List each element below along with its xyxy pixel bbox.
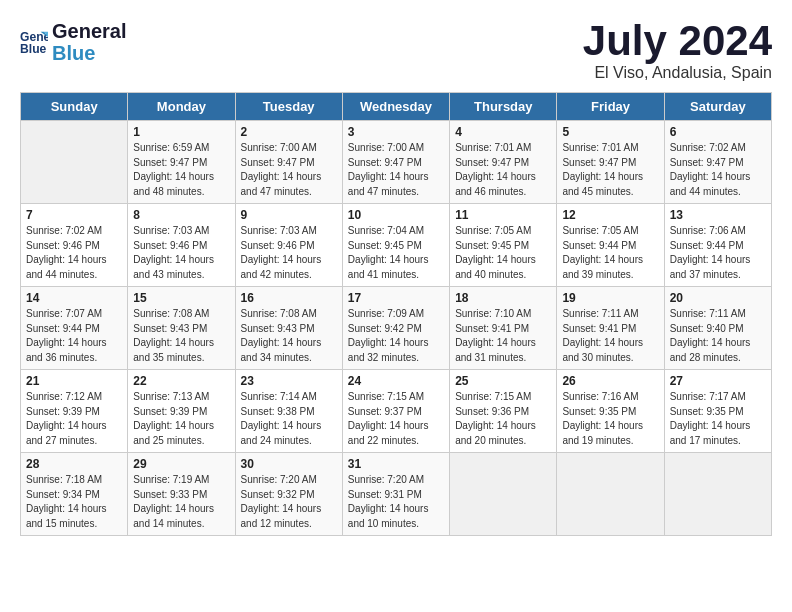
cell-sun-info: Sunrise: 7:16 AMSunset: 9:35 PMDaylight:… xyxy=(562,390,658,448)
cell-sun-info: Sunrise: 7:00 AMSunset: 9:47 PMDaylight:… xyxy=(348,141,444,199)
calendar-cell: 10Sunrise: 7:04 AMSunset: 9:45 PMDayligh… xyxy=(342,204,449,287)
cell-sun-info: Sunrise: 7:07 AMSunset: 9:44 PMDaylight:… xyxy=(26,307,122,365)
calendar-cell: 3Sunrise: 7:00 AMSunset: 9:47 PMDaylight… xyxy=(342,121,449,204)
calendar-cell xyxy=(557,453,664,536)
cell-sun-info: Sunrise: 7:05 AMSunset: 9:45 PMDaylight:… xyxy=(455,224,551,282)
day-number: 10 xyxy=(348,208,444,222)
cell-sun-info: Sunrise: 7:10 AMSunset: 9:41 PMDaylight:… xyxy=(455,307,551,365)
day-number: 12 xyxy=(562,208,658,222)
calendar-cell: 28Sunrise: 7:18 AMSunset: 9:34 PMDayligh… xyxy=(21,453,128,536)
calendar-cell: 18Sunrise: 7:10 AMSunset: 9:41 PMDayligh… xyxy=(450,287,557,370)
cell-sun-info: Sunrise: 7:08 AMSunset: 9:43 PMDaylight:… xyxy=(241,307,337,365)
cell-sun-info: Sunrise: 7:14 AMSunset: 9:38 PMDaylight:… xyxy=(241,390,337,448)
calendar-week-row: 14Sunrise: 7:07 AMSunset: 9:44 PMDayligh… xyxy=(21,287,772,370)
weekday-header-wednesday: Wednesday xyxy=(342,93,449,121)
cell-sun-info: Sunrise: 7:09 AMSunset: 9:42 PMDaylight:… xyxy=(348,307,444,365)
day-number: 8 xyxy=(133,208,229,222)
page-header: General Blue General Blue July 2024 El V… xyxy=(20,20,772,82)
calendar-cell: 1Sunrise: 6:59 AMSunset: 9:47 PMDaylight… xyxy=(128,121,235,204)
cell-sun-info: Sunrise: 6:59 AMSunset: 9:47 PMDaylight:… xyxy=(133,141,229,199)
cell-sun-info: Sunrise: 7:11 AMSunset: 9:41 PMDaylight:… xyxy=(562,307,658,365)
calendar-table: SundayMondayTuesdayWednesdayThursdayFrid… xyxy=(20,92,772,536)
logo-icon: General Blue xyxy=(20,28,48,56)
cell-sun-info: Sunrise: 7:03 AMSunset: 9:46 PMDaylight:… xyxy=(133,224,229,282)
weekday-header-row: SundayMondayTuesdayWednesdayThursdayFrid… xyxy=(21,93,772,121)
day-number: 23 xyxy=(241,374,337,388)
day-number: 7 xyxy=(26,208,122,222)
location-subtitle: El Viso, Andalusia, Spain xyxy=(583,64,772,82)
calendar-week-row: 21Sunrise: 7:12 AMSunset: 9:39 PMDayligh… xyxy=(21,370,772,453)
weekday-header-sunday: Sunday xyxy=(21,93,128,121)
day-number: 21 xyxy=(26,374,122,388)
day-number: 14 xyxy=(26,291,122,305)
cell-sun-info: Sunrise: 7:15 AMSunset: 9:36 PMDaylight:… xyxy=(455,390,551,448)
cell-sun-info: Sunrise: 7:05 AMSunset: 9:44 PMDaylight:… xyxy=(562,224,658,282)
day-number: 17 xyxy=(348,291,444,305)
day-number: 4 xyxy=(455,125,551,139)
day-number: 24 xyxy=(348,374,444,388)
calendar-cell: 16Sunrise: 7:08 AMSunset: 9:43 PMDayligh… xyxy=(235,287,342,370)
day-number: 26 xyxy=(562,374,658,388)
cell-sun-info: Sunrise: 7:12 AMSunset: 9:39 PMDaylight:… xyxy=(26,390,122,448)
day-number: 25 xyxy=(455,374,551,388)
cell-sun-info: Sunrise: 7:00 AMSunset: 9:47 PMDaylight:… xyxy=(241,141,337,199)
day-number: 15 xyxy=(133,291,229,305)
day-number: 16 xyxy=(241,291,337,305)
calendar-cell: 30Sunrise: 7:20 AMSunset: 9:32 PMDayligh… xyxy=(235,453,342,536)
calendar-cell: 25Sunrise: 7:15 AMSunset: 9:36 PMDayligh… xyxy=(450,370,557,453)
calendar-cell: 12Sunrise: 7:05 AMSunset: 9:44 PMDayligh… xyxy=(557,204,664,287)
calendar-cell: 4Sunrise: 7:01 AMSunset: 9:47 PMDaylight… xyxy=(450,121,557,204)
calendar-cell: 15Sunrise: 7:08 AMSunset: 9:43 PMDayligh… xyxy=(128,287,235,370)
cell-sun-info: Sunrise: 7:02 AMSunset: 9:47 PMDaylight:… xyxy=(670,141,766,199)
calendar-cell: 19Sunrise: 7:11 AMSunset: 9:41 PMDayligh… xyxy=(557,287,664,370)
calendar-cell: 14Sunrise: 7:07 AMSunset: 9:44 PMDayligh… xyxy=(21,287,128,370)
cell-sun-info: Sunrise: 7:01 AMSunset: 9:47 PMDaylight:… xyxy=(455,141,551,199)
calendar-cell: 21Sunrise: 7:12 AMSunset: 9:39 PMDayligh… xyxy=(21,370,128,453)
day-number: 1 xyxy=(133,125,229,139)
cell-sun-info: Sunrise: 7:01 AMSunset: 9:47 PMDaylight:… xyxy=(562,141,658,199)
cell-sun-info: Sunrise: 7:20 AMSunset: 9:31 PMDaylight:… xyxy=(348,473,444,531)
calendar-cell: 17Sunrise: 7:09 AMSunset: 9:42 PMDayligh… xyxy=(342,287,449,370)
weekday-header-thursday: Thursday xyxy=(450,93,557,121)
cell-sun-info: Sunrise: 7:19 AMSunset: 9:33 PMDaylight:… xyxy=(133,473,229,531)
calendar-cell: 27Sunrise: 7:17 AMSunset: 9:35 PMDayligh… xyxy=(664,370,771,453)
day-number: 22 xyxy=(133,374,229,388)
cell-sun-info: Sunrise: 7:03 AMSunset: 9:46 PMDaylight:… xyxy=(241,224,337,282)
calendar-week-row: 28Sunrise: 7:18 AMSunset: 9:34 PMDayligh… xyxy=(21,453,772,536)
calendar-cell: 13Sunrise: 7:06 AMSunset: 9:44 PMDayligh… xyxy=(664,204,771,287)
day-number: 20 xyxy=(670,291,766,305)
calendar-week-row: 7Sunrise: 7:02 AMSunset: 9:46 PMDaylight… xyxy=(21,204,772,287)
cell-sun-info: Sunrise: 7:08 AMSunset: 9:43 PMDaylight:… xyxy=(133,307,229,365)
calendar-cell: 6Sunrise: 7:02 AMSunset: 9:47 PMDaylight… xyxy=(664,121,771,204)
weekday-header-saturday: Saturday xyxy=(664,93,771,121)
calendar-cell: 9Sunrise: 7:03 AMSunset: 9:46 PMDaylight… xyxy=(235,204,342,287)
calendar-cell: 23Sunrise: 7:14 AMSunset: 9:38 PMDayligh… xyxy=(235,370,342,453)
day-number: 29 xyxy=(133,457,229,471)
day-number: 18 xyxy=(455,291,551,305)
cell-sun-info: Sunrise: 7:04 AMSunset: 9:45 PMDaylight:… xyxy=(348,224,444,282)
day-number: 13 xyxy=(670,208,766,222)
day-number: 27 xyxy=(670,374,766,388)
calendar-cell: 2Sunrise: 7:00 AMSunset: 9:47 PMDaylight… xyxy=(235,121,342,204)
calendar-cell xyxy=(664,453,771,536)
cell-sun-info: Sunrise: 7:02 AMSunset: 9:46 PMDaylight:… xyxy=(26,224,122,282)
calendar-cell xyxy=(21,121,128,204)
day-number: 5 xyxy=(562,125,658,139)
day-number: 3 xyxy=(348,125,444,139)
month-year-title: July 2024 xyxy=(583,20,772,62)
weekday-header-tuesday: Tuesday xyxy=(235,93,342,121)
title-area: July 2024 El Viso, Andalusia, Spain xyxy=(583,20,772,82)
cell-sun-info: Sunrise: 7:06 AMSunset: 9:44 PMDaylight:… xyxy=(670,224,766,282)
cell-sun-info: Sunrise: 7:13 AMSunset: 9:39 PMDaylight:… xyxy=(133,390,229,448)
calendar-cell: 26Sunrise: 7:16 AMSunset: 9:35 PMDayligh… xyxy=(557,370,664,453)
weekday-header-monday: Monday xyxy=(128,93,235,121)
calendar-cell xyxy=(450,453,557,536)
calendar-cell: 11Sunrise: 7:05 AMSunset: 9:45 PMDayligh… xyxy=(450,204,557,287)
day-number: 30 xyxy=(241,457,337,471)
day-number: 11 xyxy=(455,208,551,222)
cell-sun-info: Sunrise: 7:20 AMSunset: 9:32 PMDaylight:… xyxy=(241,473,337,531)
calendar-cell: 31Sunrise: 7:20 AMSunset: 9:31 PMDayligh… xyxy=(342,453,449,536)
weekday-header-friday: Friday xyxy=(557,93,664,121)
cell-sun-info: Sunrise: 7:11 AMSunset: 9:40 PMDaylight:… xyxy=(670,307,766,365)
day-number: 28 xyxy=(26,457,122,471)
